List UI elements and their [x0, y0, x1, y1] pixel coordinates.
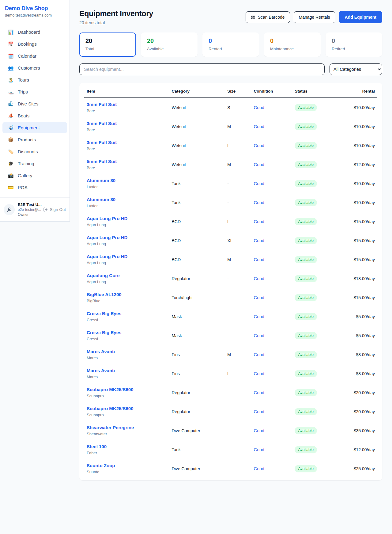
item-name-link[interactable]: Cressi Big Eyes: [87, 311, 121, 316]
item-name-link[interactable]: 3mm Full Suit: [87, 140, 117, 145]
item-category: Fins: [169, 345, 225, 364]
condition-link[interactable]: Good: [254, 257, 264, 262]
sidebar-item-training[interactable]: 🎓Training: [2, 158, 67, 169]
status-badge: Available: [295, 199, 317, 206]
sidebar-item-products[interactable]: 📦Products: [2, 134, 67, 145]
table-row: Scubapro MK25/S600ScubaproRegulator-Good…: [84, 402, 377, 421]
sign-out-button[interactable]: Sign Out: [43, 207, 66, 212]
item-name-link[interactable]: Scubapro MK25/S600: [87, 387, 134, 392]
sidebar-item-discounts[interactable]: 🏷️Discounts: [2, 146, 67, 157]
condition-link[interactable]: Good: [254, 124, 264, 129]
item-name-link[interactable]: Mares Avanti: [87, 349, 115, 354]
item-name-link[interactable]: Aqua Lung Pro HD: [87, 235, 127, 240]
equipment-table: Item Category Size Condition Status Rent…: [84, 84, 377, 478]
condition-link[interactable]: Good: [254, 352, 264, 357]
sidebar-item-pos[interactable]: 💳POS: [2, 182, 67, 193]
scan-barcode-button[interactable]: Scan Barcode: [246, 11, 290, 23]
condition-link[interactable]: Good: [254, 105, 264, 110]
condition-link[interactable]: Good: [254, 219, 264, 224]
status-badge: Available: [295, 294, 317, 301]
status-badge: Available: [295, 465, 317, 472]
item-name-link[interactable]: Aqua Lung Pro HD: [87, 254, 127, 259]
sidebar-item-dive-sites[interactable]: 🌊Dive Sites: [2, 98, 67, 109]
item-name-link[interactable]: Scubapro MK25/S600: [87, 406, 134, 411]
item-name-link[interactable]: 5mm Full Suit: [87, 159, 117, 164]
discounts-icon: 🏷️: [8, 149, 13, 154]
condition-link[interactable]: Good: [254, 276, 264, 281]
gallery-icon: 📸: [8, 173, 13, 178]
item-name-link[interactable]: Shearwater Peregrine: [87, 425, 134, 430]
item-size: M: [225, 117, 251, 136]
sidebar-item-equipment[interactable]: 🤿Equipment: [2, 122, 67, 133]
condition-link[interactable]: Good: [254, 466, 264, 471]
sign-out-label: Sign Out: [50, 207, 66, 212]
item-name-link[interactable]: Aluminum 80: [87, 197, 115, 202]
item-size: L: [225, 136, 251, 155]
search-input[interactable]: [79, 63, 325, 75]
item-name-link[interactable]: Aluminum 80: [87, 178, 115, 183]
item-name-link[interactable]: BigBlue AL1200: [87, 292, 122, 297]
item-brand: Cressi: [87, 337, 167, 341]
add-equipment-button[interactable]: Add Equipment: [339, 11, 382, 23]
item-rental-price: $5.00/day: [339, 307, 377, 326]
stat-card-available[interactable]: 20 Available: [141, 32, 198, 57]
condition-link[interactable]: Good: [254, 143, 264, 148]
stat-rented-value: 0: [209, 37, 253, 44]
stat-card-maintenance[interactable]: 0 Maintenance: [264, 32, 321, 57]
item-brand: Scubapro: [87, 413, 167, 417]
stat-card-rented[interactable]: 0 Rented: [202, 32, 259, 57]
condition-link[interactable]: Good: [254, 181, 264, 186]
condition-link[interactable]: Good: [254, 162, 264, 167]
item-name-link[interactable]: Mares Avanti: [87, 368, 115, 373]
status-badge: Available: [295, 370, 317, 377]
condition-link[interactable]: Good: [254, 333, 264, 338]
item-name-link[interactable]: Steel 100: [87, 444, 107, 449]
sidebar-item-dashboard[interactable]: 📊Dashboard: [2, 26, 67, 38]
condition-link[interactable]: Good: [254, 428, 264, 433]
tours-icon: 🏝️: [8, 78, 13, 82]
item-size: -: [225, 269, 251, 288]
item-rental-price: $15.00/day: [339, 288, 377, 307]
stat-card-retired[interactable]: 0 Retired: [326, 32, 382, 57]
condition-link[interactable]: Good: [254, 295, 264, 300]
item-size: -: [225, 459, 251, 478]
stat-cards: 20 Total 20 Available 0 Rented 0 Mainten…: [79, 32, 382, 57]
col-header-status: Status: [292, 84, 339, 98]
condition-link[interactable]: Good: [254, 371, 264, 376]
table-row: Aluminum 80LuxferTank-GoodAvailable$10.0…: [84, 174, 377, 193]
item-name-link[interactable]: Aqua Lung Pro HD: [87, 216, 127, 221]
stat-card-total[interactable]: 20 Total: [79, 32, 136, 57]
sidebar-item-customers[interactable]: 👥Customers: [2, 62, 67, 74]
avatar: [4, 204, 15, 215]
item-name-link[interactable]: Cressi Big Eyes: [87, 330, 121, 335]
scan-barcode-label: Scan Barcode: [258, 15, 285, 20]
item-name-link[interactable]: 3mm Full Suit: [87, 121, 117, 126]
condition-link[interactable]: Good: [254, 314, 264, 319]
stat-retired-label: Retired: [332, 47, 376, 51]
item-brand: Luxfer: [87, 204, 167, 208]
brand-block: Demo Dive Shop demo.test.divestreams.com: [0, 0, 70, 22]
sidebar-item-trips[interactable]: 🛥️Trips: [2, 86, 67, 97]
sidebar-item-boats[interactable]: ⛵Boats: [2, 110, 67, 121]
condition-link[interactable]: Good: [254, 238, 264, 243]
item-name-link[interactable]: Aqualung Core: [87, 273, 120, 278]
condition-link[interactable]: Good: [254, 409, 264, 414]
item-size: L: [225, 212, 251, 231]
sidebar-item-bookings[interactable]: 📅Bookings: [2, 38, 67, 50]
manage-rentals-button[interactable]: Manage Rentals: [294, 11, 335, 23]
table-row: BigBlue AL1200BigBlueTorch/Light-GoodAva…: [84, 288, 377, 307]
sidebar-item-calendar[interactable]: 🗓️Calendar: [2, 50, 67, 62]
item-name-link[interactable]: Suunto Zoop: [87, 463, 115, 468]
category-select[interactable]: All Categories: [330, 63, 382, 75]
item-name-link[interactable]: 3mm Full Suit: [87, 102, 117, 107]
sidebar-item-gallery[interactable]: 📸Gallery: [2, 170, 67, 181]
item-size: M: [225, 250, 251, 269]
sidebar-item-tours[interactable]: 🏝️Tours: [2, 74, 67, 86]
condition-link[interactable]: Good: [254, 390, 264, 395]
page-title: Equipment Inventory: [79, 9, 153, 18]
status-badge: Available: [295, 408, 317, 415]
dashboard-icon: 📊: [8, 30, 13, 34]
status-badge: Available: [295, 275, 317, 282]
condition-link[interactable]: Good: [254, 447, 264, 452]
condition-link[interactable]: Good: [254, 200, 264, 205]
